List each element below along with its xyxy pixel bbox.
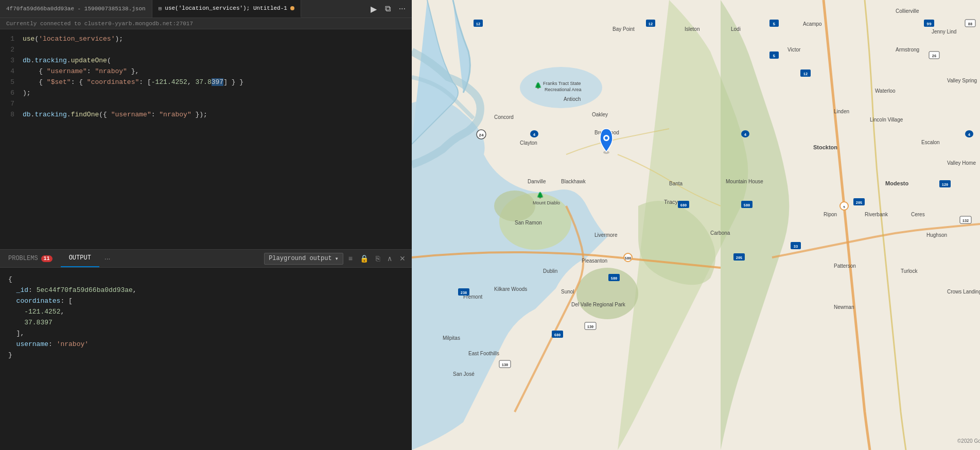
map-container[interactable]: 580 5 Antioch Oakley Concord Clayton Bre… — [412, 0, 980, 450]
code-line-1: use('location_services'); — [21, 33, 412, 44]
svg-text:San Ramon: San Ramon — [515, 220, 542, 226]
svg-text:Blackhawk: Blackhawk — [561, 179, 586, 184]
split-button[interactable]: ⧉ — [383, 3, 393, 14]
panel-more-button[interactable]: ··· — [99, 254, 116, 263]
svg-text:©2020 Google: ©2020 Google — [957, 438, 980, 444]
svg-text:Hughson: Hughson — [926, 232, 947, 238]
output-coords-key: coordinates: [ — [8, 296, 404, 306]
svg-text:4: 4 — [968, 132, 971, 137]
playground-output-label: Playground output — [269, 255, 331, 262]
dropdown-chevron-icon: ▾ — [335, 255, 339, 263]
svg-text:130: 130 — [587, 325, 594, 329]
code-line-7 — [21, 98, 412, 109]
svg-text:4: 4 — [744, 132, 747, 137]
tab-modified-dot — [290, 6, 294, 10]
svg-text:Waterloo: Waterloo — [875, 88, 896, 94]
svg-text:East Foothills: East Foothills — [468, 351, 499, 356]
code-lines[interactable]: use('location_services'); db.tracking.up… — [21, 29, 412, 249]
svg-text:5: 5 — [773, 22, 776, 26]
code-line-8: db.tracking.findOne({ "username": "nrabo… — [21, 109, 412, 120]
svg-text:Franks Tract State: Franks Tract State — [543, 81, 581, 86]
svg-point-4 — [576, 268, 638, 319]
right-panel: 580 5 Antioch Oakley Concord Clayton Bre… — [412, 0, 980, 450]
output-username: username: 'nraboy' — [8, 339, 404, 350]
output-brace-close: } — [8, 350, 404, 360]
svg-text:🌲: 🌲 — [534, 81, 542, 90]
svg-text:680: 680 — [680, 203, 687, 207]
svg-text:88: 88 — [968, 22, 972, 26]
tab-json-label: 4f70fa59d66ba0dd93ae - 1590007385138.jso… — [6, 6, 146, 12]
connection-text: Currently connected to cluster0-yyarb.mo… — [6, 21, 193, 27]
svg-text:680: 680 — [554, 333, 561, 337]
svg-text:Valley Spring: Valley Spring — [947, 78, 977, 83]
left-panel: 4f70fa59d66ba0dd93ae - 1590007385138.jso… — [0, 0, 412, 450]
code-editor[interactable]: 1 2 3 4 5 6 7 8 use('location_services')… — [0, 29, 412, 249]
problems-label: PROBLEMS — [8, 255, 38, 262]
connection-bar: Currently connected to cluster0-yyarb.mo… — [0, 18, 412, 29]
panel-toolbar: Playground output ▾ ≡ 🔒 ⎘ ∧ ✕ — [260, 253, 412, 265]
svg-text:120: 120 — [942, 183, 949, 187]
svg-text:Milpitas: Milpitas — [443, 335, 460, 341]
svg-text:Mountain House: Mountain House — [726, 179, 763, 184]
bottom-panel: PROBLEMS 11 OUTPUT ··· Playground output… — [0, 249, 412, 450]
svg-text:🌲: 🌲 — [536, 191, 544, 199]
svg-text:99: 99 — [926, 22, 932, 26]
svg-text:Turlock: Turlock — [901, 268, 918, 274]
svg-text:Danville: Danville — [528, 179, 546, 184]
map-svg: 580 5 Antioch Oakley Concord Clayton Bre… — [412, 0, 980, 450]
code-line-3: db.tracking.updateOne( — [21, 55, 412, 66]
svg-text:Lodi: Lodi — [731, 26, 741, 32]
svg-text:Collierville: Collierville — [896, 8, 919, 14]
more-button[interactable]: ··· — [397, 3, 408, 14]
svg-text:580: 580 — [625, 256, 632, 261]
tab-bar-actions: ▶ ⧉ ··· — [364, 0, 412, 18]
svg-text:Clayton: Clayton — [520, 140, 537, 146]
output-brace-open: { — [8, 274, 404, 285]
code-line-6: ); — [21, 88, 412, 98]
svg-text:Livermore: Livermore — [594, 232, 618, 238]
svg-text:4: 4 — [533, 132, 536, 137]
svg-text:Tracy: Tracy — [664, 199, 678, 205]
svg-text:Bay Point: Bay Point — [612, 26, 635, 32]
svg-point-3 — [494, 191, 535, 221]
svg-text:Patterson: Patterson — [834, 263, 856, 269]
copy-icon-button[interactable]: ⎘ — [374, 253, 382, 264]
list-icon-button[interactable]: ≡ — [346, 253, 355, 264]
svg-text:5: 5 — [773, 54, 776, 58]
svg-text:Recreational Area: Recreational Area — [545, 87, 582, 92]
svg-text:San José: San José — [453, 371, 475, 377]
collapse-button[interactable]: ∧ — [385, 253, 394, 264]
svg-text:26: 26 — [932, 54, 936, 58]
svg-text:238: 238 — [461, 291, 467, 295]
tab-bar: 4f70fa59d66ba0dd93ae - 1590007385138.jso… — [0, 0, 412, 18]
code-line-2 — [21, 44, 412, 55]
close-panel-button[interactable]: ✕ — [397, 253, 408, 264]
tab-playground[interactable]: ⊞ use('location_services'); Untitled-1 — [152, 0, 301, 18]
svg-text:12: 12 — [476, 22, 480, 26]
svg-text:Kilkare Woods: Kilkare Woods — [494, 286, 527, 292]
svg-text:12: 12 — [803, 72, 808, 76]
svg-text:12: 12 — [649, 22, 653, 26]
svg-text:Banta: Banta — [669, 181, 683, 186]
svg-text:5: 5 — [843, 205, 845, 209]
playground-dropdown[interactable]: Playground output ▾ — [264, 253, 343, 265]
svg-text:Oakley: Oakley — [592, 112, 608, 117]
svg-text:Del Valle Regional Park: Del Valle Regional Park — [571, 302, 626, 307]
svg-text:Isleton: Isleton — [685, 26, 699, 32]
svg-text:Stockton: Stockton — [813, 144, 837, 150]
tab-problems[interactable]: PROBLEMS 11 — [0, 250, 61, 267]
output-label: OUTPUT — [69, 254, 91, 262]
problems-badge: 11 — [41, 255, 52, 262]
run-button[interactable]: ▶ — [369, 3, 379, 15]
line-numbers: 1 2 3 4 5 6 7 8 — [0, 29, 21, 249]
tab-json-file[interactable]: 4f70fa59d66ba0dd93ae - 1590007385138.jso… — [0, 0, 152, 18]
lock-icon-button[interactable]: 🔒 — [358, 253, 371, 264]
svg-text:Riverbank: Riverbank — [865, 212, 888, 217]
svg-text:Linden: Linden — [834, 109, 849, 114]
svg-text:Concord: Concord — [494, 114, 514, 120]
svg-text:Antioch: Antioch — [564, 96, 581, 102]
svg-text:Jenny Lind: Jenny Lind — [932, 29, 956, 34]
svg-text:Dublin: Dublin — [543, 268, 557, 274]
tab-output[interactable]: OUTPUT — [61, 250, 99, 267]
tab-playground-label: use('location_services'); Untitled-1 — [165, 5, 287, 11]
